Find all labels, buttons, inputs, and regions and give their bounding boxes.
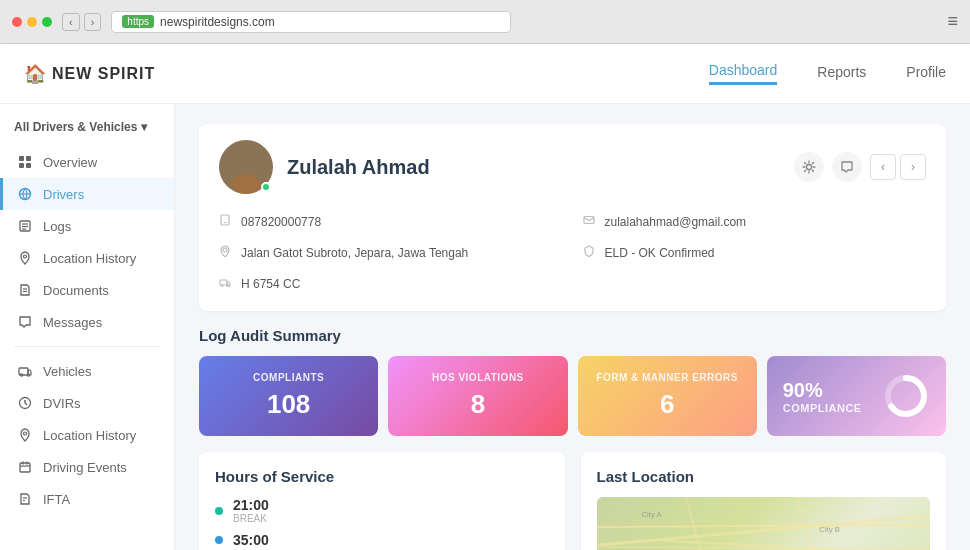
- hos-value-1: 35:00: [233, 532, 269, 548]
- sidebar-item-logs[interactable]: Logs: [0, 210, 174, 242]
- address-icon: [219, 245, 233, 260]
- stats-grid: COMPLIANTS 108 HOS VIOLATIONS 8 FORM & M…: [199, 356, 946, 436]
- driver-card: Zulalah Ahmad ‹ ›: [199, 124, 946, 311]
- svg-line-41: [597, 547, 931, 549]
- sidebar-vehicles-label: Vehicles: [43, 364, 91, 379]
- main-layout: All Drivers & Vehicles ▾ Overview Driver…: [0, 104, 970, 550]
- logo-text: NEW SPIRIT: [52, 65, 155, 83]
- sidebar-item-ifta[interactable]: IFTA: [0, 483, 174, 515]
- dashboard-nav-link[interactable]: Dashboard: [709, 62, 778, 85]
- sidebar-item-driving-events[interactable]: Driving Events: [0, 451, 174, 483]
- compliance-label: COMPLIANCE: [783, 402, 862, 414]
- compliants-card: COMPLIANTS 108: [199, 356, 378, 436]
- address-value: Jalan Gatot Subroto, Jepara, Jawa Tengah: [241, 246, 468, 260]
- bottom-grid: Hours of Service 21:00 BREAK 35:00: [199, 452, 946, 550]
- eld-value: ELD - OK Confirmed: [605, 246, 715, 260]
- vehicle-value: H 6754 CC: [241, 277, 300, 291]
- sidebar-item-documents[interactable]: Documents: [0, 274, 174, 306]
- prev-driver-button[interactable]: ‹: [870, 154, 896, 180]
- svg-point-29: [239, 155, 254, 170]
- hos-item-0: 21:00 BREAK: [215, 497, 549, 524]
- next-driver-button[interactable]: ›: [900, 154, 926, 180]
- url-text: newspiritdesigns.com: [160, 15, 275, 29]
- vehicle-icon: [219, 276, 233, 291]
- hos-dot-teal: [215, 507, 223, 515]
- minimize-dot[interactable]: [27, 17, 37, 27]
- sidebar-logs-label: Logs: [43, 219, 71, 234]
- sidebar-drivers-label: Drivers: [43, 187, 84, 202]
- driver-name: Zulalah Ahmad: [287, 156, 430, 179]
- sidebar-vehicles-section: Vehicles DVIRs Location History Driving …: [0, 355, 174, 515]
- driver-details: 087820000778 zulalahahmad@gmail.com Jala…: [219, 210, 926, 295]
- svg-point-30: [807, 165, 812, 170]
- browser-nav: ‹ ›: [62, 13, 101, 31]
- close-dot[interactable]: [12, 17, 22, 27]
- compliance-pct: 90%: [783, 379, 862, 402]
- svg-rect-3: [26, 163, 31, 168]
- https-badge: https: [122, 15, 154, 28]
- svg-line-40: [597, 525, 931, 527]
- driver-identity: Zulalah Ahmad: [219, 140, 430, 194]
- hos-violations-label: HOS VIOLATIONS: [404, 372, 551, 383]
- settings-button[interactable]: [794, 152, 824, 182]
- sidebar-ifta-label: IFTA: [43, 492, 70, 507]
- address-bar[interactable]: https newspiritdesigns.com: [111, 11, 511, 33]
- compliance-container: 90% COMPLIANCE: [783, 372, 930, 420]
- compliants-value: 108: [215, 389, 362, 420]
- sidebar-item-overview[interactable]: Overview: [0, 146, 174, 178]
- svg-rect-31: [221, 215, 229, 225]
- message-button[interactable]: [832, 152, 862, 182]
- hos-card: Hours of Service 21:00 BREAK 35:00: [199, 452, 565, 550]
- browser-chrome: ‹ › https newspiritdesigns.com ≡: [0, 0, 970, 44]
- svg-text:City B: City B: [819, 525, 840, 534]
- hos-violations-value: 8: [404, 389, 551, 420]
- vehicle-pin-icon: [17, 427, 33, 443]
- vehicle-detail: H 6754 CC: [219, 272, 563, 295]
- location-card: Last Location City A City B: [581, 452, 947, 550]
- sidebar-item-drivers[interactable]: Drivers: [0, 178, 174, 210]
- map-svg: City A City B: [597, 497, 931, 550]
- svg-rect-1: [26, 156, 31, 161]
- svg-line-43: [797, 497, 819, 550]
- messages-icon: [17, 314, 33, 330]
- driver-header: Zulalah Ahmad ‹ ›: [219, 140, 926, 194]
- sidebar-overview-label: Overview: [43, 155, 97, 170]
- sidebar-item-dvirs[interactable]: DVIRs: [0, 387, 174, 419]
- email-detail: zulalahahmad@gmail.com: [583, 210, 927, 233]
- maximize-dot[interactable]: [42, 17, 52, 27]
- sidebar-item-vehicle-location[interactable]: Location History: [0, 419, 174, 451]
- hos-dot-blue: [215, 536, 223, 544]
- forward-button[interactable]: ›: [84, 13, 102, 31]
- browser-menu-icon[interactable]: ≡: [947, 11, 958, 32]
- logs-icon: [17, 218, 33, 234]
- form-errors-value: 6: [594, 389, 741, 420]
- map-bg: City A City B: [597, 497, 931, 550]
- sidebar-item-messages[interactable]: Messages: [0, 306, 174, 338]
- hos-label-0: BREAK: [233, 513, 269, 524]
- nav-arrows: ‹ ›: [870, 154, 926, 180]
- sidebar-messages-label: Messages: [43, 315, 102, 330]
- sidebar-drivers-section: Overview Drivers Logs Location History: [0, 146, 174, 338]
- svg-point-28: [232, 174, 260, 194]
- sidebar-item-vehicles[interactable]: Vehicles: [0, 355, 174, 387]
- globe-icon: [17, 186, 33, 202]
- map-placeholder: City A City B: [597, 497, 931, 550]
- compliants-label: COMPLIANTS: [215, 372, 362, 383]
- svg-line-18: [25, 403, 27, 405]
- profile-nav-link[interactable]: Profile: [906, 64, 946, 84]
- location-title: Last Location: [597, 468, 931, 485]
- donut-chart: [882, 372, 930, 420]
- svg-rect-0: [19, 156, 24, 161]
- reports-nav-link[interactable]: Reports: [817, 64, 866, 84]
- back-button[interactable]: ‹: [62, 13, 80, 31]
- sidebar: All Drivers & Vehicles ▾ Overview Driver…: [0, 104, 175, 550]
- sidebar-filter[interactable]: All Drivers & Vehicles ▾: [0, 120, 174, 146]
- hos-item-1: 35:00: [215, 532, 549, 548]
- sidebar-item-location-history[interactable]: Location History: [0, 242, 174, 274]
- sidebar-dvirs-label: DVIRs: [43, 396, 81, 411]
- chevron-down-icon: ▾: [141, 120, 147, 134]
- logo-icon: 🏠: [24, 63, 46, 85]
- svg-rect-20: [20, 463, 30, 472]
- sidebar-documents-label: Documents: [43, 283, 109, 298]
- status-indicator: [261, 182, 271, 192]
